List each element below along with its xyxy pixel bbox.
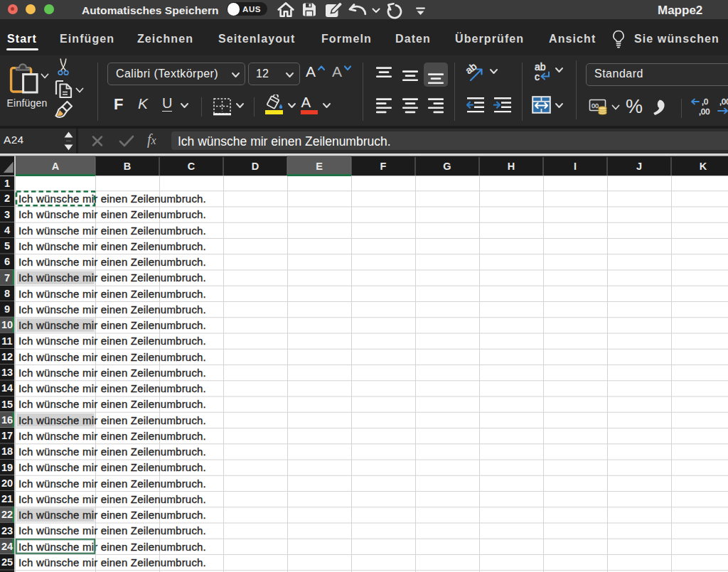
svg-text:22: 22 [1,509,13,520]
svg-text:16: 16 [1,414,13,425]
svg-text:Ich wünsche mir einen Zeilenum: Ich wünsche mir einen Zeilenumbruch. [18,350,206,362]
svg-text:Ich wünsche mir einen Zeilenum: Ich wünsche mir einen Zeilenumbruch. [18,556,206,568]
svg-text:Ich wünsche mir einen Zeilenum: Ich wünsche mir einen Zeilenumbruch. [18,429,206,441]
svg-text:2: 2 [4,193,10,204]
svg-text:D: D [252,160,259,171]
svg-text:17: 17 [1,430,13,441]
svg-text:21: 21 [1,493,13,504]
svg-text:Ich wünsche mir einen Zeilenum: Ich wünsche mir einen Zeilenumbruch. [18,366,206,378]
svg-text:19: 19 [1,461,13,473]
svg-text:15: 15 [1,398,13,409]
svg-text:12: 12 [1,350,13,362]
svg-text:00: 00 [592,102,599,109]
svg-text:8: 8 [4,287,10,298]
svg-text:Ich wünsche mir einen Zeilenum: Ich wünsche mir einen Zeilenumbruch. [18,303,206,315]
svg-text:Ich wünsche mir einen Zeilenum: Ich wünsche mir einen Zeilenumbruch. [18,509,206,521]
svg-text:13: 13 [1,367,13,378]
svg-text:K: K [700,160,707,171]
svg-text:9: 9 [4,303,10,315]
svg-text:Ich wünsche mir einen Zeilenum: Ich wünsche mir einen Zeilenumbruch. [18,492,206,504]
svg-text:Ich wünsche mir einen Zeilenum: Ich wünsche mir einen Zeilenumbruch. [18,414,206,426]
svg-text:Ich wünsche mir einen Zeilenum: Ich wünsche mir einen Zeilenumbruch. [18,477,206,489]
svg-text:Ich wünsche mir einen Zeilenum: Ich wünsche mir einen Zeilenumbruch. [18,382,206,394]
svg-text:,0: ,0 [702,97,708,106]
svg-text:1: 1 [4,178,10,189]
svg-text:A: A [52,160,60,171]
svg-text:23: 23 [1,524,13,536]
svg-text:10: 10 [1,319,13,330]
svg-text:H: H [508,160,515,171]
svg-text:Ich wünsche mir einen Zeilenum: Ich wünsche mir einen Zeilenumbruch. [18,271,206,284]
svg-text:7: 7 [4,271,10,283]
svg-text:Ich wünsche mir einen Zeilenum: Ich wünsche mir einen Zeilenumbruch. [18,446,206,458]
svg-text:25: 25 [1,556,13,568]
svg-text:Ich wünsche mir einen Zeilenum: Ich wünsche mir einen Zeilenumbruch. [18,208,206,220]
svg-text:Ich wünsche mir einen Zeilenum: Ich wünsche mir einen Zeilenumbruch. [18,335,206,347]
svg-text:Ich wünsche mir einen Zeilenum: Ich wünsche mir einen Zeilenumbruch. [18,193,206,205]
svg-text:Ich wünsche mir einen Zeilenum: Ich wünsche mir einen Zeilenumbruch. [18,540,206,552]
svg-text:I: I [574,160,577,171]
svg-text:F: F [380,160,387,171]
svg-text:Ich wünsche mir einen Zeilenum: Ich wünsche mir einen Zeilenumbruch. [18,398,206,410]
svg-text:20: 20 [1,477,13,488]
svg-text:5: 5 [4,240,10,252]
svg-text:Ich wünsche mir einen Zeilenum: Ich wünsche mir einen Zeilenumbruch. [18,224,206,236]
svg-text:14: 14 [1,382,13,394]
svg-text:4: 4 [4,224,10,235]
svg-text:E: E [316,160,323,171]
svg-text:c: c [535,71,540,82]
svg-text:Ich wünsche mir einen Zeilenum: Ich wünsche mir einen Zeilenumbruch. [18,239,206,252]
svg-text:3: 3 [4,208,10,220]
svg-text:18: 18 [1,446,13,457]
svg-text:G: G [443,160,451,171]
svg-text:11: 11 [1,335,12,346]
svg-text:Ich wünsche mir einen Zeilenum: Ich wünsche mir einen Zeilenumbruch. [18,524,206,536]
svg-text:Ich wünsche mir einen Zeilenum: Ich wünsche mir einen Zeilenumbruch. [18,287,206,299]
svg-text:C: C [188,160,196,171]
svg-text:Ich wünsche mir einen Zeilenum: Ich wünsche mir einen Zeilenumbruch. [18,319,206,331]
svg-text:Ich wünsche mir einen Zeilenum: Ich wünsche mir einen Zeilenumbruch. [18,461,206,473]
svg-text:24: 24 [1,540,13,551]
svg-text:,00: ,00 [699,107,710,116]
svg-text:Ich wünsche mir einen Zeilenum: Ich wünsche mir einen Zeilenumbruch. [18,256,206,268]
svg-text:J: J [636,160,642,171]
svg-text:,00: ,00 [719,97,728,106]
svg-text:B: B [124,160,131,171]
svg-text:6: 6 [4,256,10,267]
